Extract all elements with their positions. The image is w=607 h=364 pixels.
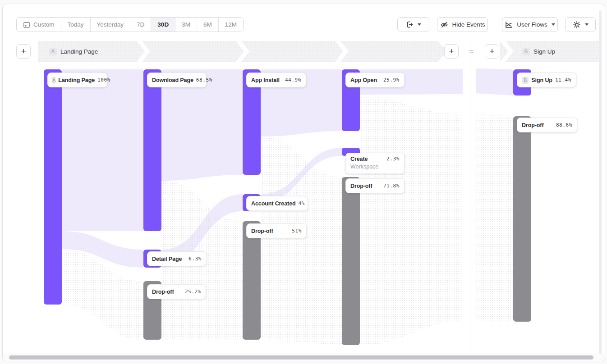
flow-appopen-dropout <box>360 97 463 345</box>
node-label-app-install[interactable]: App Install 44.9% <box>246 73 306 87</box>
node-bar-dropoff-appopen[interactable] <box>342 177 360 345</box>
node-label-landing-page[interactable]: A Landing Page 100% <box>47 73 107 87</box>
flow-in-signup-dropoff <box>476 113 513 322</box>
user-flows-app: Custom Today Yesterday 7D 30D 3M 6M 12M … <box>0 0 607 364</box>
node-label-app-open[interactable]: App Open 25.9% <box>345 73 405 87</box>
create-workspace-row: Create 2.3% <box>350 156 400 162</box>
node-label-dropoff-appopen[interactable]: Drop-off 71.8% <box>345 178 405 193</box>
node-bar-dropoff-signup[interactable] <box>513 116 531 322</box>
node-label-download-page[interactable]: Download Page 68.5% <box>147 73 207 87</box>
node-bar-landing-page[interactable] <box>44 69 62 305</box>
node-bar-dropoff-account[interactable] <box>243 221 261 340</box>
node-label-create-workspace[interactable]: Create 2.3% Workspace <box>345 153 405 174</box>
node-label-dropoff-account[interactable]: Drop-off 51% <box>246 223 307 238</box>
report-card: Custom Today Yesterday 7D 30D 3M 6M 12M … <box>2 4 605 361</box>
node-label-detail-page[interactable]: Detail Page 6.3% <box>147 251 207 266</box>
node-label-account-created[interactable]: Account Created 4% <box>246 196 308 211</box>
flow-landing-download <box>62 69 143 231</box>
flow-in-signup <box>476 68 513 96</box>
node-bar-download-page[interactable] <box>143 69 161 231</box>
node-label-dropoff-signup[interactable]: Drop-off 88.6% <box>517 118 577 132</box>
node-label-sign-up[interactable]: B Sign Up 11.4% <box>517 73 576 87</box>
node-label-dropoff-detail[interactable]: Drop-off 25.2% <box>147 284 206 299</box>
step-b-chip: B <box>522 77 529 84</box>
step-a-chip: A <box>52 77 55 84</box>
flow-appinstall-dropoff <box>261 136 342 345</box>
